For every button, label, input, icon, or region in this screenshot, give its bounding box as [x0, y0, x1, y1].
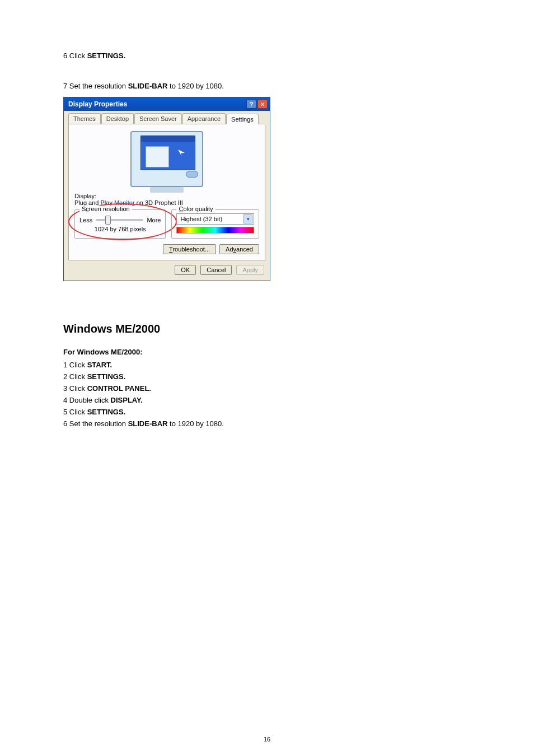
me-step-6: 6 Set the resolution SLIDE-BAR to 1920 b… — [63, 419, 478, 428]
resolution-value: 1024 by 768 pixels — [79, 226, 161, 232]
settings-pane: Display: Plug and Play Monitor on 3D Pro… — [68, 124, 265, 260]
ok-button[interactable]: OK — [175, 265, 196, 275]
close-icon: × — [261, 101, 264, 108]
resolution-slider[interactable] — [96, 219, 143, 221]
me-step-2: 2 Click SETTINGS. — [63, 372, 478, 381]
section-subheading: For Windows ME/2000: — [63, 348, 478, 356]
tab-screen-saver[interactable]: Screen Saver — [134, 113, 182, 124]
step6-prefix: 6 Click — [63, 52, 87, 60]
step-7: 7 Set the resolution SLIDE-BAR to 1920 b… — [63, 81, 478, 92]
color-spectrum-bar — [176, 227, 254, 234]
dialog-title: Display Properties — [68, 100, 127, 108]
slider-more-label: More — [147, 217, 161, 223]
step7-suffix: to 1920 by 1080. — [167, 82, 223, 90]
step6-bold: SETTINGS. — [87, 52, 126, 60]
screen-resolution-legend: Screen resolution — [79, 206, 132, 212]
chevron-down-icon: ▾ — [243, 214, 252, 223]
slider-thumb[interactable] — [105, 216, 111, 225]
color-quality-group: Color quality Highest (32 bit) ▾ — [171, 209, 259, 239]
help-button[interactable]: ? — [246, 100, 256, 109]
color-quality-select[interactable]: Highest (32 bit) ▾ — [176, 213, 254, 225]
tab-settings[interactable]: Settings — [226, 114, 259, 124]
apply-button[interactable]: Apply — [236, 265, 264, 275]
step-6: 6 Click SETTINGS. — [63, 50, 478, 62]
color-quality-legend: Color quality — [176, 206, 215, 212]
slider-less-label: Less — [79, 217, 92, 223]
advanced-button[interactable]: Advanced — [219, 244, 259, 254]
monitor-preview — [130, 131, 203, 187]
step7-bold: SLIDE-BAR — [128, 82, 168, 90]
page-number: 16 — [0, 736, 534, 743]
display-label: Display: — [74, 193, 259, 199]
color-quality-value: Highest (32 bit) — [180, 216, 222, 222]
display-properties-dialog: Display Properties ? × Themes Desktop Sc… — [63, 97, 270, 281]
me-step-5: 5 Click SETTINGS. — [63, 408, 478, 416]
tab-desktop[interactable]: Desktop — [101, 113, 134, 124]
tab-themes[interactable]: Themes — [68, 113, 101, 124]
close-button[interactable]: × — [257, 100, 268, 109]
me-step-1: 1 Click START. — [63, 361, 478, 369]
dialog-titlebar[interactable]: Display Properties ? × — [64, 97, 270, 111]
me-step-3: 3 Click CONTROL PANEL. — [63, 384, 478, 393]
screen-resolution-group: Screen resolution Less More 1024 by 768 … — [74, 209, 166, 239]
section-heading: Windows ME/2000 — [63, 323, 478, 335]
cancel-button[interactable]: Cancel — [200, 265, 232, 275]
me-step-4: 4 Double click DISPLAY. — [63, 396, 478, 404]
step7-prefix: 7 Set the resolution — [63, 82, 128, 90]
tab-appearance[interactable]: Appearance — [182, 113, 226, 124]
help-icon: ? — [250, 101, 254, 108]
troubleshoot-button[interactable]: Troubleshoot... — [163, 244, 216, 254]
tab-bar: Themes Desktop Screen Saver Appearance S… — [68, 113, 265, 124]
